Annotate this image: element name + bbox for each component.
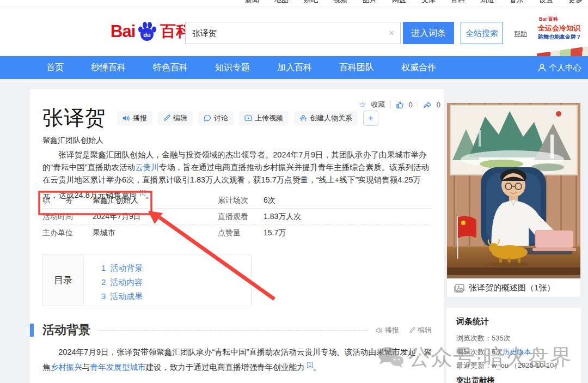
top-link[interactable]: 更多	[568, 0, 583, 5]
people-relation-icon	[299, 114, 307, 122]
clear-search-icon[interactable]: ×	[389, 22, 394, 44]
info-value: 果城市	[93, 228, 218, 238]
top-link[interactable]: 设置	[539, 0, 553, 5]
search-input[interactable]: 张译贺 ×	[185, 22, 401, 44]
upload-label: 上传视频	[255, 113, 283, 123]
primary-nav: 首页 秒懂百科 特色百科 知识专题 加入百科 百科团队 权威合作 个人中心	[0, 56, 588, 79]
stats-title: 词条统计	[456, 317, 571, 327]
history-versions-link[interactable]: 历史版本	[503, 348, 531, 356]
upload-video-button[interactable]: 上传视频	[239, 111, 289, 125]
nav-item-join[interactable]: 加入百科	[277, 62, 312, 74]
entry-title: 张译贺	[42, 104, 106, 132]
top-link[interactable]: 贴吧	[304, 0, 318, 5]
info-label: 主办单位	[42, 228, 93, 238]
nav-item-miaodong[interactable]: 秒懂百科	[91, 62, 126, 74]
toc-label: 活动背景	[110, 263, 143, 272]
link-xiangcunzhenxing[interactable]: 乡村振兴	[51, 363, 82, 372]
user-center-label: 个人中心	[549, 63, 581, 73]
baidu-paw-icon: du	[136, 20, 158, 43]
user-center-link[interactable]: 个人中心	[538, 56, 581, 79]
toc-title: 目录	[43, 254, 84, 306]
help-link[interactable]: 帮助	[514, 29, 527, 39]
top-link[interactable]: 知道	[480, 0, 494, 5]
enter-entry-button[interactable]: 进入词条	[403, 22, 454, 44]
divider	[390, 101, 391, 108]
stats-edits: 编辑次数：6次历史版本	[456, 345, 571, 358]
broadcast-label: 播报	[133, 113, 147, 123]
toc-item-1[interactable]: 1活动背景	[101, 261, 251, 275]
nav-item-coop[interactable]: 权威合作	[401, 62, 436, 74]
table-of-contents: 目录 1活动背景 2活动内容 3活动成果	[42, 254, 252, 306]
section-broadcast-label: 播报	[385, 325, 399, 335]
nav-item-team[interactable]: 百科团队	[339, 62, 374, 74]
portrait-photo[interactable]	[447, 103, 580, 278]
section-text: 。	[313, 363, 321, 372]
chat-bubble-icon	[204, 114, 211, 122]
info-label: 活动时间	[42, 212, 93, 222]
info-label: 职 务	[42, 196, 93, 205]
nav-item-zhishi[interactable]: 知识专题	[215, 62, 250, 74]
person-icon	[538, 64, 546, 72]
promo-title: 全运会冷知识	[538, 23, 588, 33]
baike-logo[interactable]: Bai du 百科	[111, 20, 192, 43]
thumb-up-icon[interactable]	[396, 101, 404, 109]
add-button[interactable]: +	[363, 111, 378, 126]
section-paragraph: 2024年7月9日，张译贺带领聚鑫汇团队承办“青耘中国”直播助农活动云贵川专场。…	[42, 346, 432, 374]
info-value: 2024年7月9日	[93, 212, 218, 222]
toc-label: 活动成果	[110, 291, 143, 301]
infobox-row: 活动时间 2024年7月9日 直播观看 1.83万人次	[42, 209, 432, 225]
info-label: 累计场次	[218, 196, 264, 205]
toc-num: 3	[101, 291, 106, 301]
create-relation-button[interactable]: 创建人物关系	[294, 111, 358, 125]
top-link[interactable]: 地图	[274, 0, 289, 5]
divider	[418, 101, 418, 108]
link-qingnianchengshi[interactable]: 青年发展型城市	[90, 363, 146, 372]
info-label: 点赞量	[218, 228, 264, 238]
reference-link[interactable]: [1]	[307, 362, 313, 368]
speaker-icon	[122, 114, 130, 122]
info-value: 15.7万	[264, 228, 432, 238]
nav-item-tese[interactable]: 特色百科	[153, 62, 188, 74]
nav-item-home[interactable]: 首页	[46, 62, 64, 74]
discuss-label: 讨论	[214, 113, 228, 123]
share-count: 0	[437, 101, 440, 109]
top-link[interactable]: 网盘	[392, 0, 406, 5]
infobox: 职 务 聚鑫汇创始人 累计场次 6次 活动时间 2024年7月9日 直播观看 1…	[42, 192, 432, 241]
section-text: 与	[82, 363, 90, 372]
overview-image-card: 张译贺的概述图（1张）	[446, 102, 581, 297]
section-edit-button[interactable]: 编辑	[409, 325, 432, 335]
browser-top-links: 新闻 地图 贴吧 视频 图片 网盘 文库 百科 知道 音乐 设置 更多	[0, 0, 588, 7]
site-search-button[interactable]: 全站搜索	[461, 22, 503, 44]
entry-actions: 播报 编辑 讨论 上传	[117, 111, 378, 126]
section-broadcast-button[interactable]: 播报	[376, 325, 399, 335]
toc-item-2[interactable]: 2活动内容	[101, 275, 251, 289]
share-icon[interactable]	[423, 101, 432, 109]
infobox-row: 主办单位 果城市 点赞量 15.7万	[42, 225, 432, 241]
header: Bai du 百科 张译贺 × 进入词条 全站搜索 帮助 Bai·百科 全运会	[0, 7, 588, 56]
info-value: 1.83万人次	[264, 212, 432, 222]
toc-num: 2	[101, 277, 106, 287]
top-link[interactable]: 文库	[421, 0, 436, 5]
promo-banner[interactable]: Bai·百科 全运会冷知识 跳舞也能拿金牌？	[537, 14, 588, 63]
edit-label: 编辑	[173, 113, 187, 123]
link-yunguichuan[interactable]: 云贵川	[135, 163, 159, 172]
discuss-button[interactable]: 讨论	[198, 111, 234, 125]
info-value: 聚鑫汇创始人	[93, 196, 218, 205]
promo-brand: Bai·百科	[539, 16, 588, 23]
info-value: 6次	[264, 196, 432, 205]
top-link[interactable]: 新闻	[245, 0, 259, 5]
image-caption[interactable]: 张译贺的概述图（1张）	[447, 278, 580, 297]
broadcast-button[interactable]: 播报	[117, 111, 152, 125]
section-accent-bar	[30, 324, 34, 337]
info-label: 直播观看	[218, 212, 264, 222]
top-link[interactable]: 百科	[451, 0, 465, 5]
contributors-header[interactable]: 突出贡献榜	[456, 376, 571, 383]
pencil-icon	[163, 114, 170, 121]
search-value: 张译贺	[192, 22, 217, 44]
top-link[interactable]: 图片	[363, 0, 377, 5]
top-link[interactable]: 视频	[333, 0, 347, 5]
top-link[interactable]: 音乐	[510, 0, 524, 5]
divider	[0, 7, 588, 7]
toc-item-3[interactable]: 3活动成果	[101, 289, 251, 303]
edit-button[interactable]: 编辑	[158, 111, 193, 125]
